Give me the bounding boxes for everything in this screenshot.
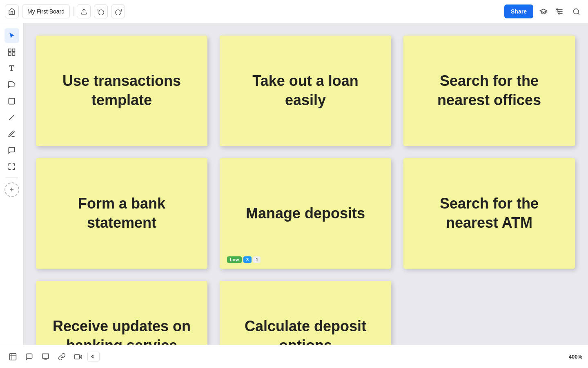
sticky-note-text-1: Use transactions template	[47, 72, 196, 110]
sticky-note-badges-5: Low 3 1	[227, 256, 261, 263]
svg-line-8	[578, 13, 579, 14]
svg-rect-13	[9, 98, 14, 104]
sticky-note-text-6: Search for the nearest ATM	[415, 194, 564, 233]
svg-rect-15	[9, 353, 16, 360]
notes-grid: Use transactions template Take out a loa…	[24, 23, 587, 345]
tool-sticky[interactable]	[4, 77, 19, 92]
bottombar-table-icon[interactable]	[6, 350, 20, 364]
sticky-note-5[interactable]: Manage deposits Low 3 1	[220, 158, 391, 269]
search-icon[interactable]	[569, 4, 583, 18]
tool-pen[interactable]	[4, 126, 19, 141]
svg-point-4	[557, 9, 558, 10]
svg-point-7	[573, 9, 579, 14]
sticky-note-text-3: Search for the nearest offices	[415, 72, 564, 110]
sticky-note-text-4: Form a bank statement	[47, 194, 196, 233]
undo-button[interactable]	[94, 4, 108, 18]
tool-crop[interactable]	[4, 159, 19, 174]
tool-comment[interactable]	[4, 143, 19, 157]
sticky-note-text-2: Take out a loan easily	[231, 72, 380, 110]
svg-rect-10	[12, 49, 15, 51]
sticky-note-text-7: Receive updates on banking service	[47, 317, 196, 345]
sticky-note-8[interactable]: Calculate deposit options	[220, 281, 391, 345]
sticky-note-text-5: Manage deposits	[246, 204, 365, 223]
badge-low: Low	[227, 256, 242, 263]
sticky-note-3[interactable]: Search for the nearest offices	[403, 36, 575, 146]
bottombar-comment-icon[interactable]	[22, 350, 36, 364]
teach-icon[interactable]	[537, 4, 550, 18]
redo-button[interactable]	[111, 4, 125, 18]
topbar-right-icons	[537, 4, 583, 18]
sticky-note-1[interactable]: Use transactions template	[36, 36, 207, 146]
svg-rect-11	[9, 53, 11, 55]
tool-shape[interactable]	[4, 94, 19, 108]
bottombar-collapse-button[interactable]	[87, 352, 100, 361]
board-title[interactable]: My First Board	[22, 4, 70, 18]
plus-icon: +	[9, 186, 14, 194]
home-button[interactable]	[5, 4, 19, 18]
svg-marker-19	[79, 355, 82, 358]
sticky-note-2[interactable]: Take out a loan easily	[220, 36, 391, 146]
tool-line[interactable]	[4, 110, 19, 125]
topbar: My First Board Share	[0, 0, 588, 23]
svg-point-5	[557, 11, 558, 12]
bottombar-video-icon[interactable]	[71, 350, 85, 364]
tool-select[interactable]	[4, 28, 19, 43]
svg-line-14	[9, 115, 14, 120]
tool-text[interactable]: T	[4, 61, 19, 76]
add-tool-button[interactable]: +	[4, 182, 19, 197]
sticky-note-4[interactable]: Form a bank statement	[36, 158, 207, 269]
canvas[interactable]: Use transactions template Take out a loa…	[24, 23, 588, 345]
bottombar: 400%	[0, 345, 588, 368]
svg-rect-12	[12, 53, 15, 55]
share-button[interactable]: Share	[504, 4, 533, 18]
export-button[interactable]	[77, 4, 91, 18]
settings-icon[interactable]	[553, 4, 567, 18]
sticky-note-7[interactable]: Receive updates on banking service	[36, 281, 207, 345]
sticky-note-6[interactable]: Search for the nearest ATM	[403, 158, 575, 269]
badge-plain: 1	[253, 256, 261, 263]
svg-point-6	[559, 13, 560, 14]
zoom-level: 400%	[569, 354, 582, 360]
bottombar-link-icon[interactable]	[55, 350, 69, 364]
badge-count: 3	[243, 256, 252, 263]
svg-rect-9	[9, 49, 11, 51]
text-icon: T	[9, 64, 14, 73]
sticky-note-text-8: Calculate deposit options	[231, 317, 380, 345]
sidebar-divider	[6, 177, 18, 177]
topbar-separator-1	[73, 7, 74, 16]
tool-frames[interactable]	[4, 45, 19, 59]
sidebar: T	[0, 23, 24, 345]
svg-rect-20	[74, 354, 79, 359]
bottombar-present-icon[interactable]	[38, 350, 52, 364]
